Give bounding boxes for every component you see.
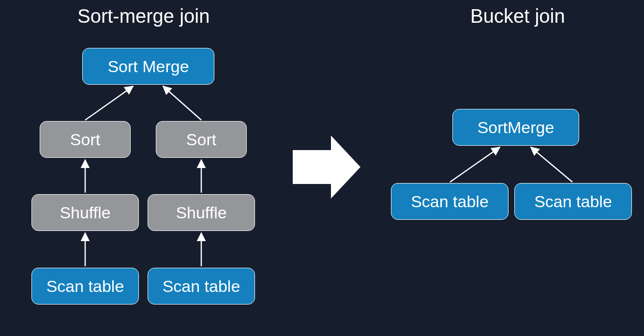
right-scan-node-2: Scan table	[514, 183, 632, 220]
arrow	[85, 86, 133, 120]
arrow	[163, 86, 201, 120]
left-scan-node-2: Scan table	[148, 268, 255, 305]
right-scan-node-1: Scan table	[391, 183, 509, 220]
left-sort-node-2: Sort	[156, 121, 247, 158]
right-sortmerge-node: SortMerge	[452, 109, 579, 146]
left-title: Sort-merge join	[77, 5, 210, 27]
left-sortmerge-node: Sort Merge	[82, 48, 214, 85]
left-scan-node-1: Scan table	[31, 268, 139, 305]
left-sort-node-1: Sort	[40, 121, 131, 158]
arrow	[450, 147, 500, 182]
arrow	[531, 147, 572, 182]
left-shuffle-node-1: Shuffle	[31, 194, 139, 231]
transition-arrow-icon	[293, 136, 360, 199]
left-shuffle-node-2: Shuffle	[148, 194, 255, 231]
right-title: Bucket join	[470, 5, 565, 27]
